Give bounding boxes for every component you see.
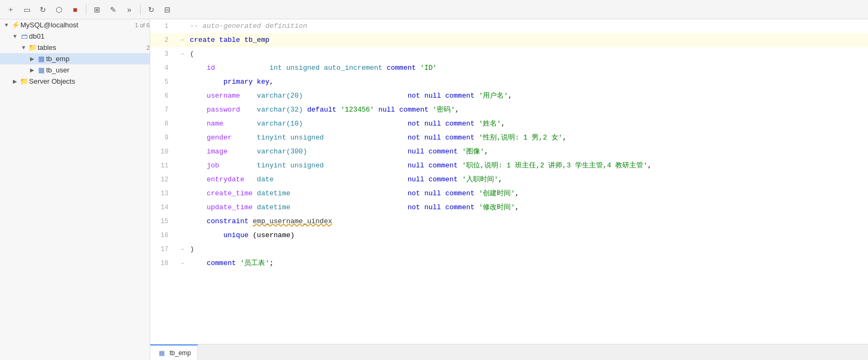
- tab-tb-emp[interactable]: ▦ tb_emp: [150, 344, 198, 360]
- refresh2-button[interactable]: ↻: [145, 3, 158, 16]
- tab-label: tb_emp: [170, 349, 191, 357]
- code-line-6: 6 username varchar(20) not null comment …: [150, 89, 868, 103]
- code-line-15: 15 constraint emp_username_uindex: [150, 215, 868, 229]
- tb-emp-label: tb_emp: [46, 55, 150, 63]
- server-objects-label: Server Objects: [29, 77, 150, 85]
- code-line-5: 5 primary key,: [150, 75, 868, 89]
- line-content-9: gender tinyint unsigned not null comment…: [188, 131, 868, 145]
- line-fold-1: [177, 19, 188, 33]
- tb-user-arrow: ▶: [28, 67, 36, 73]
- code-editor[interactable]: 1 -- auto-generated definition 2 – creat…: [150, 19, 868, 344]
- filter-button[interactable]: ⬡: [53, 3, 65, 16]
- more-button[interactable]: »: [123, 3, 136, 16]
- server-icon: 📁: [19, 77, 29, 85]
- line-content-17: ): [188, 243, 868, 256]
- line-content-3: (: [188, 47, 868, 61]
- code-line-13: 13 create_time datetime not null comment…: [150, 187, 868, 201]
- line-content-18: comment '员工表';: [188, 256, 868, 270]
- grid-button[interactable]: ⊞: [91, 3, 104, 16]
- line-num-7: 7: [150, 103, 177, 117]
- add-button[interactable]: ＋: [4, 3, 17, 16]
- line-fold-8: [177, 117, 188, 131]
- line-content-12: entrydate date null comment '入职时间',: [188, 173, 868, 187]
- line-num-8: 8: [150, 117, 177, 131]
- code-line-18: 18 – comment '员工表';: [150, 256, 868, 270]
- sidebar-tb-emp[interactable]: ▶ ▦ tb_emp: [0, 53, 150, 64]
- code-line-9: 9 gender tinyint unsigned not null comme…: [150, 131, 868, 145]
- line-num-9: 9: [150, 131, 177, 145]
- line-content-11: job tinyint unsigned null comment '职位,说明…: [188, 159, 868, 173]
- line-content-8: name varchar(10) not null comment '姓名',: [188, 117, 868, 131]
- line-num-13: 13: [150, 187, 177, 201]
- connection-badge: 1 of 6: [135, 22, 150, 28]
- code-line-8: 8 name varchar(10) not null comment '姓名'…: [150, 117, 868, 131]
- separator: [86, 4, 86, 15]
- line-fold-6: [177, 89, 188, 103]
- line-num-14: 14: [150, 201, 177, 215]
- stop-button[interactable]: ■: [69, 3, 82, 16]
- refresh-button[interactable]: ↻: [36, 3, 49, 16]
- remove-button[interactable]: ▭: [20, 3, 33, 16]
- line-content-10: image varchar(300) null comment '图像',: [188, 145, 868, 159]
- line-fold-11: [177, 159, 188, 173]
- code-line-3: 3 – (: [150, 47, 868, 61]
- line-content-5: primary key,: [188, 75, 868, 89]
- line-num-16: 16: [150, 229, 177, 243]
- code-line-1: 1 -- auto-generated definition: [150, 19, 868, 33]
- toolbar: ＋ ▭ ↻ ⬡ ■ ⊞ ✎ » ↻ ⊟: [0, 0, 868, 19]
- sidebar-db01[interactable]: ▼ 🗃 db01: [0, 31, 150, 42]
- line-num-4: 4: [150, 61, 177, 75]
- code-line-2: 2 – create table tb_emp: [150, 33, 868, 47]
- line-num-5: 5: [150, 75, 177, 89]
- db-arrow: ▼: [11, 33, 19, 39]
- code-line-14: 14 update_time datetime not null comment…: [150, 201, 868, 215]
- connection-arrow: ▼: [2, 22, 11, 28]
- tb-emp-arrow: ▶: [28, 56, 36, 62]
- tab-table-icon: ▦: [157, 349, 166, 357]
- table-icon2: ▦: [36, 66, 46, 74]
- code-line-16: 16 unique (username): [150, 229, 868, 243]
- line-fold-9: [177, 131, 188, 145]
- main-layout: ▼ ⚡ MySQL@localhost 1 of 6 ▼ 🗃 db01 ▼ 📁 …: [0, 19, 868, 360]
- line-fold-12: [177, 173, 188, 187]
- sidebar-tb-user[interactable]: ▶ ▦ tb_user: [0, 64, 150, 76]
- sidebar-server-objects[interactable]: ▶ 📁 Server Objects: [0, 76, 150, 87]
- line-fold-16: [177, 229, 188, 243]
- table2-button[interactable]: ⊟: [161, 3, 174, 16]
- line-num-12: 12: [150, 173, 177, 187]
- line-num-10: 10: [150, 145, 177, 159]
- line-num-17: 17: [150, 243, 177, 256]
- tab-bar: ▦ tb_emp: [150, 344, 868, 360]
- line-content-14: update_time datetime not null comment '修…: [188, 201, 868, 215]
- line-num-6: 6: [150, 89, 177, 103]
- line-num-3: 3: [150, 47, 177, 61]
- line-content-6: username varchar(20) not null comment '用…: [188, 89, 868, 103]
- line-fold-10: [177, 145, 188, 159]
- sidebar-tables[interactable]: ▼ 📁 tables 2: [0, 42, 150, 53]
- db-label: db01: [29, 32, 150, 40]
- sidebar-connection[interactable]: ▼ ⚡ MySQL@localhost 1 of 6: [0, 19, 150, 31]
- line-num-15: 15: [150, 215, 177, 229]
- line-fold-17: –: [177, 243, 188, 256]
- line-fold-13: [177, 187, 188, 201]
- line-fold-2: –: [177, 33, 188, 47]
- line-fold-18: –: [177, 256, 188, 270]
- connection-icon: ⚡: [11, 21, 20, 29]
- line-num-11: 11: [150, 159, 177, 173]
- line-fold-14: [177, 201, 188, 215]
- line-content-16: unique (username): [188, 229, 868, 243]
- tables-count: 2: [146, 45, 150, 51]
- line-content-1: -- auto-generated definition: [188, 19, 868, 33]
- table-name: tb_emp: [244, 36, 269, 44]
- tables-label: tables: [38, 43, 144, 52]
- code-line-7: 7 password varchar(32) default '123456' …: [150, 103, 868, 117]
- db-icon: 🗃: [19, 32, 29, 40]
- tables-arrow: ▼: [19, 45, 28, 50]
- line-num-2: 2: [150, 33, 177, 47]
- code-line-17: 17 – ): [150, 243, 868, 256]
- line-content-15: constraint emp_username_uindex: [188, 215, 868, 229]
- edit-button[interactable]: ✎: [107, 3, 120, 16]
- comment-span: -- auto-generated definition: [190, 22, 307, 30]
- table-icon: ▦: [36, 55, 46, 63]
- line-fold-3: –: [177, 47, 188, 61]
